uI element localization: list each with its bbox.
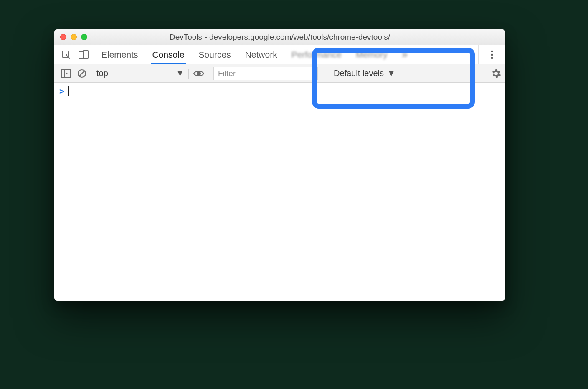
tab-performance[interactable]: Performance bbox=[291, 45, 342, 64]
log-levels-select[interactable]: Default levels ▼ bbox=[331, 69, 398, 78]
minimize-window-button[interactable] bbox=[71, 34, 77, 40]
svg-point-10 bbox=[197, 72, 200, 75]
divider bbox=[188, 69, 189, 79]
svg-rect-2 bbox=[83, 51, 88, 58]
caret-down-icon: ▼ bbox=[387, 69, 395, 78]
console-body[interactable]: > bbox=[54, 83, 505, 301]
zoom-window-button[interactable] bbox=[81, 34, 87, 40]
tab-label: Performance bbox=[291, 50, 342, 60]
tabs-toolbar: Elements Console Sources Network Perform… bbox=[54, 45, 505, 64]
console-prompt[interactable]: > bbox=[59, 86, 500, 96]
tab-sources[interactable]: Sources bbox=[199, 45, 231, 64]
devtools-window: DevTools - developers.google.com/web/too… bbox=[54, 29, 505, 301]
tab-memory[interactable]: Memory bbox=[356, 45, 388, 64]
live-expression-eye-icon[interactable] bbox=[193, 68, 205, 79]
inspect-tools bbox=[54, 45, 94, 64]
svg-point-3 bbox=[491, 50, 493, 52]
execution-context-select[interactable]: top ▼ bbox=[96, 69, 184, 78]
tab-label: Sources bbox=[199, 50, 231, 60]
tab-label: Memory bbox=[356, 50, 388, 60]
divider bbox=[92, 69, 92, 79]
tab-elements[interactable]: Elements bbox=[101, 45, 138, 64]
svg-line-9 bbox=[79, 71, 84, 76]
titlebar: DevTools - developers.google.com/web/too… bbox=[54, 29, 505, 45]
filter-input[interactable] bbox=[213, 67, 318, 80]
divider bbox=[209, 69, 209, 79]
console-toolbar: top ▼ Default levels ▼ bbox=[54, 64, 505, 83]
kebab-menu-icon[interactable] bbox=[486, 49, 498, 61]
text-caret bbox=[68, 86, 69, 96]
more-tabs-icon[interactable]: » bbox=[402, 45, 408, 64]
clear-console-icon[interactable] bbox=[76, 68, 88, 79]
window-controls bbox=[54, 34, 87, 40]
close-window-button[interactable] bbox=[60, 34, 66, 40]
tab-label: Network bbox=[245, 50, 277, 60]
gear-icon[interactable] bbox=[490, 68, 502, 79]
panel-tabs: Elements Console Sources Network Perform… bbox=[94, 45, 408, 64]
tab-label: Console bbox=[152, 50, 185, 60]
levels-label: Default levels bbox=[334, 69, 384, 78]
toggle-console-sidebar-icon[interactable] bbox=[60, 68, 72, 79]
context-label: top bbox=[96, 69, 108, 78]
tab-console[interactable]: Console bbox=[152, 45, 185, 64]
inspect-element-icon[interactable] bbox=[60, 49, 72, 61]
toggle-device-toolbar-icon[interactable] bbox=[78, 49, 89, 61]
tab-label: Elements bbox=[101, 50, 138, 60]
svg-point-5 bbox=[491, 57, 493, 59]
console-settings bbox=[485, 64, 502, 82]
more-options bbox=[478, 45, 505, 64]
caret-down-icon: ▼ bbox=[176, 69, 184, 78]
window-title: DevTools - developers.google.com/web/too… bbox=[54, 33, 505, 42]
svg-point-4 bbox=[491, 53, 493, 56]
prompt-chevron-icon: > bbox=[59, 86, 64, 96]
tab-network[interactable]: Network bbox=[245, 45, 277, 64]
